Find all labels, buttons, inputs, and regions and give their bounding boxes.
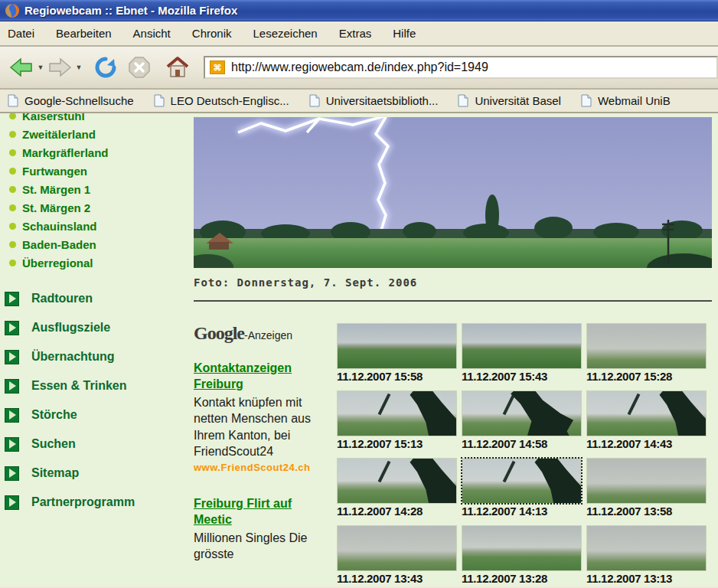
window-title: Regiowebcam :: Ebnet - Mozilla Firefox (24, 4, 237, 17)
thumbnail-1513[interactable]: 11.12.2007 15:13 (337, 390, 457, 450)
sidebar-item-st-maergen-1[interactable]: St. Märgen 1 (9, 180, 193, 198)
webcam-thumbnail-image (337, 458, 457, 504)
thumbnail-1313[interactable]: 11.12.2007 13:13 (586, 525, 707, 585)
anzeigen-label: -Anzeigen (244, 329, 292, 341)
back-button[interactable] (8, 54, 35, 81)
ad-url-link[interactable]: www.FriendScout24.ch (194, 462, 329, 473)
sidebar: Kaiserstuhl Zweitälerland Markgräflerlan… (0, 113, 193, 586)
bullet-icon (9, 113, 16, 119)
webcam-thumbnail-image (462, 323, 582, 369)
sidebar-item-suchen[interactable]: Suchen (5, 430, 193, 459)
navigation-toolbar: ▼ ▼ ⌘ http: (0, 47, 718, 90)
sidebar-item-zweitaelerland[interactable]: Zweitälerland (9, 125, 193, 143)
thumbnail-1558[interactable]: 11.12.2007 15:58 (337, 323, 457, 383)
ad-body-text: Millionen Singles Die grösste (194, 530, 329, 563)
menu-datei[interactable]: Datei (8, 27, 34, 40)
menu-bar: Datei Bearbeiten Ansicht Chronik Lesezei… (0, 21, 718, 47)
bullet-icon (9, 186, 16, 193)
bullet-icon (9, 241, 16, 248)
page-icon (8, 94, 18, 107)
bookmark-universitaetsbibliothek[interactable]: Universitaetsbiblioth... (309, 94, 439, 107)
forward-arrow-icon (47, 57, 72, 78)
arrow-right-icon (5, 408, 19, 423)
bookmark-leo-dictionary[interactable]: LEO Deutsch-Englisc... (154, 94, 289, 107)
thumbnail-1358[interactable]: 11.12.2007 13:58 (586, 458, 707, 518)
arrow-right-icon (5, 350, 19, 364)
sidebar-item-uebernachtung[interactable]: Übernachtung (5, 342, 193, 371)
bookmark-google-schnellsuche[interactable]: Google-Schnellsuche (8, 94, 134, 107)
sidebar-item-baden-baden[interactable]: Baden-Baden (9, 235, 193, 253)
back-dropdown[interactable]: ▼ (35, 54, 46, 81)
sidebar-item-furtwangen[interactable]: Furtwangen (9, 162, 193, 180)
menu-ansicht[interactable]: Ansicht (133, 27, 171, 40)
bookmark-webmail-unibasel[interactable]: Webmail UniB (581, 94, 671, 107)
stop-icon (128, 56, 151, 79)
sidebar-item-partnerprogramm[interactable]: Partnerprogramm (5, 488, 193, 517)
sidebar-item-sitemap[interactable]: Sitemap (5, 459, 193, 488)
menu-lesezeichen[interactable]: Lesezeichen (253, 27, 317, 40)
thumbnail-1443[interactable]: 11.12.2007 14:43 (586, 390, 707, 450)
menu-chronik[interactable]: Chronik (192, 27, 232, 40)
ad-kontaktanzeigen: Kontaktanzeigen Freiburg Kontakt knüpfen… (194, 361, 329, 473)
bullet-icon (9, 260, 16, 266)
arrow-right-icon (5, 292, 19, 306)
webcam-thumbnail-image (586, 525, 707, 571)
home-button[interactable] (164, 54, 191, 81)
sidebar-item-markgraeflerland[interactable]: Markgräflerland (9, 143, 193, 162)
url-bar[interactable]: ⌘ http://www.regiowebcam.de/index.php?id… (204, 56, 718, 79)
webcam-thumbnail-image (337, 323, 457, 369)
browser-window: Regiowebcam :: Ebnet - Mozilla Firefox D… (0, 0, 718, 588)
stop-button[interactable] (126, 54, 153, 81)
arrow-right-icon (5, 437, 19, 452)
region-link-list: Kaiserstuhl Zweitälerland Markgräflerlan… (0, 113, 193, 272)
bullet-icon (9, 131, 16, 138)
menu-extras[interactable]: Extras (339, 27, 372, 40)
section-nav-list: Radtouren Ausflugsziele Übernachtung Ess… (0, 284, 193, 517)
sidebar-item-ueberregional[interactable]: Überregional (9, 253, 193, 272)
page-icon (154, 94, 165, 107)
webcam-thumbnail-image (586, 323, 707, 369)
sidebar-item-st-maergen-2[interactable]: St. Märgen 2 (9, 198, 193, 217)
thumbnail-1413-selected[interactable]: 11.12.2007 14:13 (462, 458, 582, 518)
sidebar-item-stoerche[interactable]: Störche (5, 400, 193, 430)
divider (194, 300, 712, 302)
main-column: Foto: Donnerstag, 7. Sept. 2006 Google -… (194, 113, 718, 586)
thumbnail-1343[interactable]: 11.12.2007 13:43 (337, 525, 457, 585)
page-icon (309, 94, 320, 107)
sidebar-item-schauinsland[interactable]: Schauinsland (9, 217, 193, 235)
forward-dropdown[interactable]: ▼ (73, 54, 84, 81)
url-text[interactable]: http://www.regiowebcam.de/index.php?id=1… (231, 60, 488, 74)
reload-button[interactable] (92, 54, 119, 81)
thumbnail-1328[interactable]: 11.12.2007 13:28 (462, 525, 582, 585)
ad-freiburg-flirt: Freiburg Flirt auf Meetic Millionen Sing… (194, 496, 329, 563)
google-ads-header: Google -Anzeigen (194, 323, 329, 344)
webcam-thumbnail-image (337, 525, 457, 571)
bullet-icon (9, 223, 16, 230)
back-arrow-icon (9, 57, 34, 78)
title-bar: Regiowebcam :: Ebnet - Mozilla Firefox (0, 0, 718, 21)
arrow-right-icon (5, 466, 19, 481)
firefox-icon (5, 3, 20, 18)
arrow-right-icon (5, 495, 19, 510)
thumbnail-1528[interactable]: 11.12.2007 15:28 (586, 323, 707, 383)
forward-button[interactable] (46, 54, 73, 81)
thumbnail-1428[interactable]: 11.12.2007 14:28 (337, 458, 457, 518)
menu-hilfe[interactable]: Hilfe (393, 27, 416, 40)
webcam-thumbnail-image (586, 390, 707, 436)
sidebar-item-kaiserstuhl[interactable]: Kaiserstuhl (9, 113, 193, 125)
ad-title-link[interactable]: Freiburg Flirt auf Meetic (194, 497, 292, 526)
thumbnail-1543[interactable]: 11.12.2007 15:43 (462, 323, 582, 383)
ad-title-link[interactable]: Kontaktanzeigen Freiburg (194, 361, 292, 390)
sidebar-item-essen-trinken[interactable]: Essen & Trinken (5, 371, 193, 400)
sidebar-item-ausflugsziele[interactable]: Ausflugsziele (5, 313, 193, 342)
thumbnail-1458[interactable]: 11.12.2007 14:58 (462, 390, 582, 450)
bookmark-universitaet-basel[interactable]: Universität Basel (458, 94, 561, 107)
sidebar-item-radtouren[interactable]: Radtouren (5, 284, 193, 313)
menu-bearbeiten[interactable]: Bearbeiten (56, 27, 112, 40)
webcam-thumbnail-image (462, 390, 582, 436)
reload-icon (94, 56, 117, 79)
lower-section: Google -Anzeigen Kontaktanzeigen Freibur… (194, 323, 718, 585)
google-logo: Google (194, 323, 244, 344)
webcam-thumbnail-image (337, 390, 457, 436)
home-icon (165, 56, 190, 79)
